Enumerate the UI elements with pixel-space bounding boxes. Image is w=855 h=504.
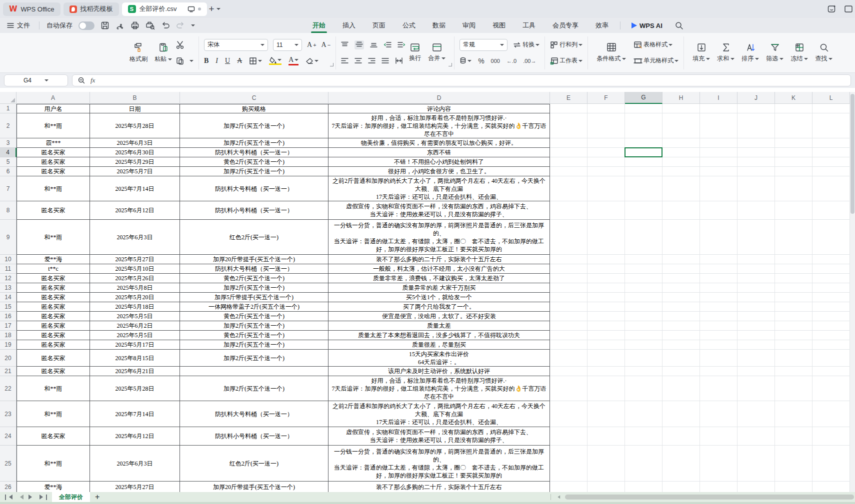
cell-A1[interactable]: 用户名 xyxy=(16,104,90,113)
cell-K10[interactable] xyxy=(775,255,812,264)
cell-D25[interactable]: 一分钱一分货，普通的确实没有加厚的厚，前两张照片是普通的，后三张是加厚的、 当天… xyxy=(328,446,550,482)
cell-E12[interactable] xyxy=(550,274,588,283)
distribute-icon[interactable] xyxy=(395,57,403,64)
window-controls-partial-icon[interactable] xyxy=(844,4,853,14)
ribbon-tab-1[interactable]: 开始 xyxy=(304,18,334,33)
cell-K17[interactable] xyxy=(775,321,812,331)
cell-D5[interactable]: 不错！不用担心小鸡到处刨饲料了 xyxy=(328,157,550,167)
cell-F21[interactable] xyxy=(588,367,625,376)
sum-button[interactable]: 求和 xyxy=(714,38,738,68)
scroll-left-button[interactable] xyxy=(556,496,560,499)
cell-K7[interactable] xyxy=(775,176,812,201)
align-bottom-icon[interactable] xyxy=(370,41,378,48)
cell-C5[interactable]: 黄色2斤(买五个送一个) xyxy=(180,157,328,167)
cell-K1[interactable] xyxy=(775,104,812,113)
cell-C9[interactable]: 红色2斤(买一送一) xyxy=(180,220,328,255)
cell-A13[interactable]: 匿名买家 xyxy=(16,283,90,293)
redo-icon[interactable] xyxy=(176,21,185,29)
cell-F25[interactable] xyxy=(588,446,625,482)
cell-J2[interactable] xyxy=(738,113,775,138)
cell-A7[interactable]: 和**雨 xyxy=(16,176,90,201)
cell-J14[interactable] xyxy=(738,293,775,302)
cell-J4[interactable] xyxy=(738,148,775,157)
cell-E8[interactable] xyxy=(550,201,588,220)
cell-L8[interactable] xyxy=(812,201,850,220)
cell-I8[interactable] xyxy=(700,201,738,220)
cell-A26[interactable]: 爱**海 xyxy=(16,482,90,492)
cell-H3[interactable] xyxy=(662,138,700,148)
cell-K21[interactable] xyxy=(775,367,812,376)
cell-C25[interactable]: 红色2斤(买一送一) xyxy=(180,446,328,482)
cell-F17[interactable] xyxy=(588,321,625,331)
cell-I24[interactable] xyxy=(700,427,738,446)
cell-H12[interactable] xyxy=(662,274,700,283)
column-header-H[interactable]: H xyxy=(662,92,700,104)
cell-D26[interactable]: 装不了那么多购的二十斤，实际装个十五斤左右 xyxy=(328,482,550,492)
cell-I13[interactable] xyxy=(700,283,738,293)
select-all-corner[interactable] xyxy=(0,92,16,104)
copy-chevron-icon[interactable] xyxy=(190,60,194,64)
align-middle-icon[interactable] xyxy=(354,40,364,49)
cell-D17[interactable]: 质量太差 xyxy=(328,321,550,331)
row-header-4[interactable]: 4 xyxy=(0,148,16,157)
cell-I4[interactable] xyxy=(700,148,738,157)
cell-L23[interactable] xyxy=(812,401,850,427)
cell-F5[interactable] xyxy=(588,157,625,167)
ribbon-tab-9[interactable]: 会员专享 xyxy=(544,18,587,33)
filter-button[interactable]: 筛选 xyxy=(762,38,787,68)
cell-J10[interactable] xyxy=(738,255,775,264)
cell-B24[interactable]: 2025年6月12日 xyxy=(90,427,180,446)
share-screen-icon[interactable] xyxy=(188,6,195,12)
ribbon-tab-6[interactable]: 审阅 xyxy=(454,18,484,33)
cell-E19[interactable] xyxy=(550,340,588,350)
row-header-22[interactable]: 22 xyxy=(0,376,16,401)
insert-function-icon[interactable] xyxy=(78,76,86,84)
cell-I11[interactable] xyxy=(700,264,738,274)
cell-J3[interactable] xyxy=(738,138,775,148)
cell-K25[interactable] xyxy=(775,446,812,482)
freeze-button[interactable]: 冻结 xyxy=(787,38,812,68)
cell-G17[interactable] xyxy=(625,321,662,331)
cell-F9[interactable] xyxy=(588,220,625,255)
cell-I16[interactable] xyxy=(700,312,738,321)
cell-C20[interactable]: 加厚2斤(买五个送一个) xyxy=(180,350,328,367)
cell-L14[interactable] xyxy=(812,293,850,302)
cell-J17[interactable] xyxy=(738,321,775,331)
cell-F12[interactable] xyxy=(588,274,625,283)
cell-E25[interactable] xyxy=(550,446,588,482)
row-header-15[interactable]: 15 xyxy=(0,302,16,312)
fill-color-button[interactable] xyxy=(269,57,282,65)
cell-E13[interactable] xyxy=(550,283,588,293)
cell-F24[interactable] xyxy=(588,427,625,446)
cell-J22[interactable] xyxy=(738,376,775,401)
cell-E15[interactable] xyxy=(550,302,588,312)
cell-C21[interactable] xyxy=(180,367,328,376)
cell-E2[interactable] xyxy=(550,113,588,138)
paste-button[interactable]: 粘贴 xyxy=(151,38,176,68)
rows-columns-button[interactable]: 行和列 xyxy=(550,40,582,49)
row-header-8[interactable]: 8 xyxy=(0,201,16,220)
fill-button[interactable]: 填充 xyxy=(689,38,714,68)
cell-L20[interactable] xyxy=(812,350,850,367)
cell-D6[interactable]: 很好用，小鸡吃食很方便，也卫生了。 xyxy=(328,167,550,176)
format-painter-button[interactable]: 格式刷 xyxy=(126,38,151,68)
cell-K14[interactable] xyxy=(775,293,812,302)
cell-E6[interactable] xyxy=(550,167,588,176)
align-center-icon[interactable] xyxy=(354,57,362,64)
cell-F20[interactable] xyxy=(588,350,625,367)
cell-L7[interactable] xyxy=(812,176,850,201)
cell-J23[interactable] xyxy=(738,401,775,427)
cell-K20[interactable] xyxy=(775,350,812,367)
cell-G5[interactable] xyxy=(625,157,662,167)
column-header-J[interactable]: J xyxy=(738,92,775,104)
add-sheet-button[interactable]: + xyxy=(90,493,104,502)
tab-current-file[interactable]: S 全部评价.csv xyxy=(122,2,207,16)
cell-A11[interactable]: t**c xyxy=(16,264,90,274)
cell-J24[interactable] xyxy=(738,427,775,446)
cell-J9[interactable] xyxy=(738,220,775,255)
bold-button[interactable]: B xyxy=(204,57,208,65)
ai-assistant-icon[interactable] xyxy=(827,4,837,14)
cell-I15[interactable] xyxy=(700,302,738,312)
tab-wps-office[interactable]: W WPS Office xyxy=(3,2,60,16)
cell-H10[interactable] xyxy=(662,255,700,264)
